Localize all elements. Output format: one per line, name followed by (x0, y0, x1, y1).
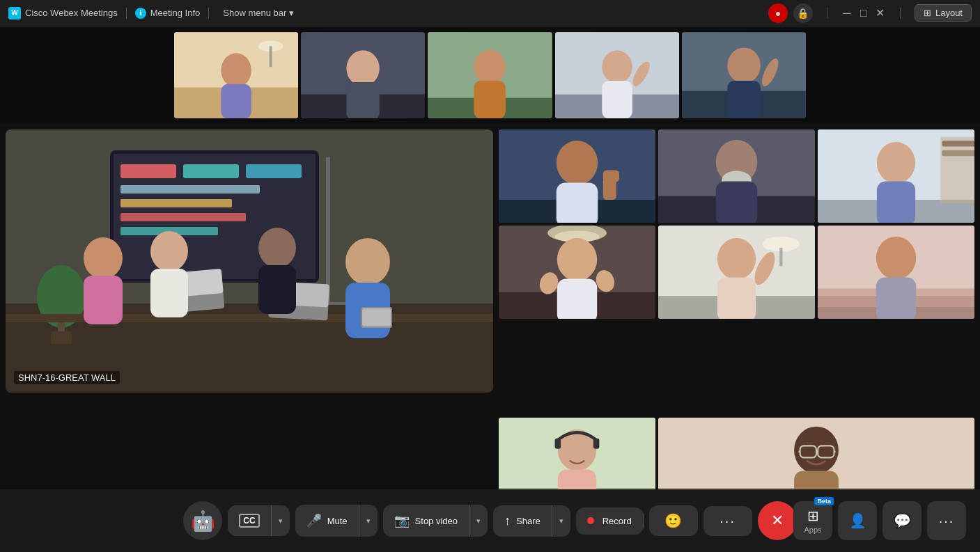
svg-rect-53 (84, 276, 123, 324)
ai-avatar-icon: 🤖 (191, 510, 215, 533)
titlebar-divider-3 (827, 8, 827, 19)
svg-rect-12 (347, 82, 380, 118)
close-window-button[interactable]: ✕ (875, 8, 886, 19)
grid-tile-3[interactable] (818, 129, 974, 223)
layout-label: Layout (935, 8, 963, 18)
maximize-button[interactable]: □ (858, 8, 869, 19)
meeting-info-icon: ℹ (135, 8, 146, 19)
svg-rect-82 (942, 150, 974, 157)
svg-point-21 (602, 50, 632, 84)
layout-button[interactable]: ⊞ Layout (915, 4, 972, 22)
svg-rect-38 (120, 185, 260, 194)
shield-icon: 🔒 (793, 3, 813, 23)
toolbar-right: Beta ⊞ Apps 👤 💬 ··· (793, 501, 966, 540)
camera-icon: 📷 (394, 513, 410, 528)
recording-indicator-icon: ● (768, 3, 788, 23)
featured-tile-label: SHN7-16-GREAT WALL (14, 371, 120, 384)
beta-badge: Beta (814, 497, 834, 505)
top-participant-strip (0, 26, 980, 124)
svg-point-16 (474, 49, 506, 84)
more-options-button[interactable]: ··· (927, 501, 966, 540)
svg-rect-88 (557, 279, 597, 319)
more-options-icon: ··· (939, 513, 955, 529)
svg-rect-55 (150, 269, 188, 317)
show-menu-bar-button[interactable]: Show menu bar ▾ (223, 8, 294, 18)
strip-tile-1[interactable] (174, 32, 298, 118)
svg-rect-28 (727, 81, 761, 118)
microphone-icon: 🎤 (306, 513, 322, 528)
grid-tile-5[interactable] (658, 226, 815, 319)
svg-point-6 (221, 53, 251, 88)
cc-icon: CC (239, 514, 259, 528)
titlebar: W Cisco Webex Meetings ℹ Meeting Info Sh… (0, 0, 980, 26)
apps-label: Apps (804, 526, 821, 534)
stop-video-button[interactable]: 📷 Stop video (383, 505, 469, 537)
grid-tile-1[interactable] (499, 129, 655, 223)
svg-rect-47 (6, 314, 493, 322)
close-icon: ✕ (771, 512, 784, 530)
emoji-icon: 🙂 (664, 512, 682, 529)
svg-rect-57 (258, 265, 296, 314)
video-arrow-button[interactable]: ▾ (469, 508, 488, 534)
svg-rect-42 (326, 157, 330, 303)
share-icon: ↑ (504, 514, 511, 528)
meeting-info-button[interactable]: ℹ Meeting Info (135, 8, 201, 19)
more-button[interactable]: ··· (703, 506, 752, 536)
share-arrow-button[interactable]: ▾ (552, 508, 570, 534)
svg-rect-17 (474, 81, 506, 118)
more-dots-icon: ··· (720, 513, 736, 529)
chat-button[interactable]: 💬 (882, 501, 921, 540)
mute-button[interactable]: 🎤 Mute (295, 505, 359, 537)
titlebar-controls: ● 🔒 ─ □ ✕ ⊞ Layout (768, 3, 972, 23)
grid-tile-4[interactable] (499, 226, 655, 319)
featured-tile[interactable]: SHN7-16-GREAT WALL (6, 129, 493, 393)
strip-tile-3[interactable] (428, 32, 552, 118)
apps-button[interactable]: Beta ⊞ Apps (793, 501, 832, 540)
toolbar: 🤖 CC ▾ 🎤 Mute ▾ 📷 Stop video ▾ ↑ Share ▾ (0, 489, 980, 552)
svg-rect-61 (362, 308, 391, 326)
svg-rect-97 (717, 277, 756, 319)
svg-point-27 (727, 47, 761, 83)
grid-tile-2[interactable] (658, 129, 815, 223)
chevron-down-icon: ▾ (289, 8, 294, 18)
record-label: Record (602, 516, 632, 526)
strip-tile-2[interactable] (301, 32, 425, 118)
layout-icon: ⊞ (924, 8, 931, 18)
record-group: Record (576, 507, 644, 535)
ai-assistant-button[interactable]: 🤖 (183, 501, 222, 540)
titlebar-divider-1 (126, 8, 127, 19)
svg-rect-68 (603, 170, 619, 182)
video-group: 📷 Stop video ▾ (383, 505, 488, 537)
stop-video-label: Stop video (415, 516, 458, 526)
strip-tile-4[interactable] (555, 32, 679, 118)
svg-rect-7 (221, 84, 251, 118)
right-participant-grid (499, 129, 974, 511)
share-group: ↑ Share ▾ (493, 505, 570, 537)
reactions-button[interactable]: 🙂 (649, 505, 698, 536)
svg-rect-5 (270, 46, 272, 67)
svg-rect-80 (940, 137, 974, 204)
svg-rect-66 (557, 183, 598, 223)
minimize-button[interactable]: ─ (841, 8, 853, 19)
svg-point-56 (258, 228, 296, 268)
participants-button[interactable]: 👤 (838, 501, 877, 540)
svg-rect-37 (246, 164, 302, 178)
grid-tile-6[interactable] (818, 226, 974, 319)
apps-icon: ⊞ (807, 507, 819, 524)
strip-tile-5[interactable] (682, 32, 806, 118)
svg-point-65 (557, 141, 598, 185)
svg-rect-35 (120, 164, 176, 178)
share-button[interactable]: ↑ Share (493, 505, 552, 537)
captions-button[interactable]: CC (228, 505, 271, 536)
chat-icon: 💬 (894, 512, 911, 529)
captions-arrow-button[interactable]: ▾ (272, 508, 290, 534)
app-name: Cisco Webex Meetings (25, 8, 118, 18)
svg-point-103 (876, 237, 916, 280)
record-button[interactable]: Record (576, 507, 644, 535)
mute-group: 🎤 Mute ▾ (295, 505, 378, 537)
svg-point-52 (84, 237, 123, 279)
end-meeting-button[interactable]: ✕ (758, 501, 797, 540)
mute-arrow-button[interactable]: ▾ (359, 508, 378, 534)
svg-rect-46 (51, 331, 72, 344)
svg-rect-36 (183, 164, 239, 178)
